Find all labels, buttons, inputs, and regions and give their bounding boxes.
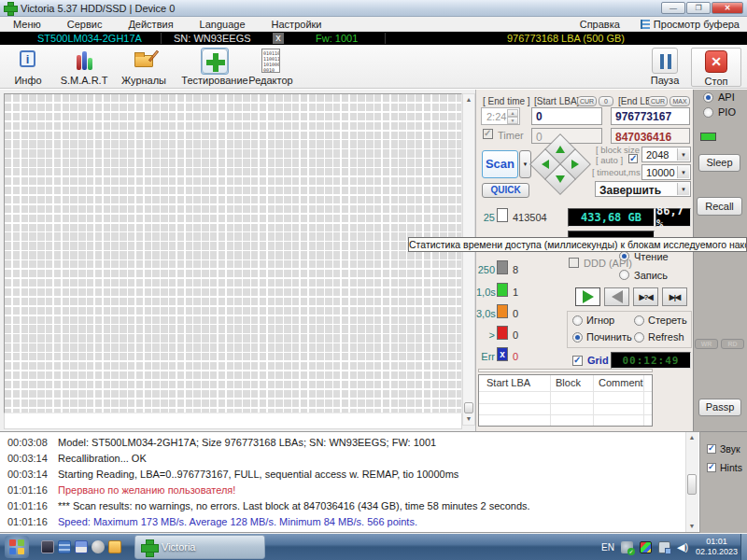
end-lba-input[interactable]: 976773167 (611, 107, 690, 125)
network-icon[interactable] (658, 541, 670, 553)
editor-button[interactable]: 0101101100111010000010 Редактор (245, 48, 297, 87)
taskbar-app-label: Victoria (162, 541, 195, 553)
auto-checkbox[interactable] (628, 154, 638, 163)
remap-radio[interactable] (572, 332, 583, 343)
recall-button[interactable]: Recall (697, 197, 742, 216)
last-block-input[interactable]: 847036416 (611, 128, 690, 144)
device-serial: SN: WN93EEGS (174, 33, 251, 44)
hints-checkbox[interactable] (707, 463, 716, 472)
quicklaunch-monitor-icon[interactable] (41, 540, 54, 553)
pio-radio[interactable] (703, 107, 713, 118)
log-row: 01:01:16 *** Scan results: no warnings, … (0, 500, 682, 516)
quicklaunch-window-icon[interactable] (58, 540, 71, 553)
ignore-label: Игнор (586, 315, 614, 326)
grid-scrollbar[interactable]: ▲ ▼ (462, 93, 475, 426)
end-lba-cur-button[interactable]: CUR (648, 96, 668, 106)
api-radio[interactable] (703, 92, 713, 103)
scroll-down-icon[interactable]: ▼ (686, 521, 698, 532)
title-bar[interactable]: Victoria 5.37 HDD/SSD | Device 0 — ❐ ✕ (0, 0, 747, 17)
erase-radio[interactable] (634, 315, 644, 326)
quicklaunch-save-icon[interactable] (75, 540, 88, 553)
log-row: 00:03:14 Starting Reading, LBA=0..976773… (0, 469, 682, 484)
start-button[interactable] (5, 536, 29, 558)
sleep-button[interactable]: Sleep (698, 154, 740, 172)
menu-service[interactable]: Сервис (54, 19, 116, 30)
start-lba-zero-button[interactable]: 0 (599, 96, 613, 106)
language-indicator[interactable]: EN (601, 542, 614, 553)
after-scan-action-combo[interactable]: Завершить ▼ (595, 181, 691, 197)
timeout-combo[interactable]: 10000 ▼ (641, 164, 691, 180)
volume-icon[interactable]: ◀) (677, 541, 689, 553)
menu-help[interactable]: Справка (567, 19, 633, 30)
end-lba-max-button[interactable]: MAX (669, 96, 690, 106)
maximize-button[interactable]: ❐ (686, 2, 711, 14)
stat-swatch-25 (497, 208, 508, 222)
ignore-radio[interactable] (572, 315, 583, 326)
scan-progress-bar (478, 369, 653, 372)
editor-binary-icon: 0101101100111010000010 (258, 48, 284, 74)
minimize-button[interactable]: — (661, 2, 685, 14)
seek-error-button[interactable]: ▶?◀ (633, 287, 658, 306)
play-button[interactable] (575, 287, 600, 306)
write-label: Запись (634, 270, 668, 281)
scroll-up-icon[interactable]: ▲ (686, 432, 698, 443)
log-scrollbar[interactable]: ▲ ▼ (685, 432, 698, 532)
menu-bar: Меню Сервис Действия Language Настройки … (0, 17, 747, 32)
refresh-radio[interactable] (634, 332, 644, 343)
scan-button[interactable]: Scan (482, 150, 518, 178)
ddd-checkbox[interactable] (569, 258, 579, 268)
hints-option[interactable]: Hints (707, 462, 742, 473)
close-button[interactable]: ✕ (712, 2, 743, 14)
grid-scrollbar-thumb[interactable] (464, 402, 473, 413)
sound-option[interactable]: Звук (707, 443, 740, 455)
spinner-arrows[interactable]: ▲▼ (507, 109, 518, 123)
smart-button[interactable]: S.M.A.R.T (58, 48, 110, 87)
right-arrow-icon (571, 160, 579, 169)
pause-button[interactable]: Пауза (642, 48, 687, 87)
menu-menu[interactable]: Меню (0, 19, 54, 30)
info-button[interactable]: i Инфо (2, 48, 54, 87)
write-radio[interactable] (619, 270, 629, 280)
menu-language[interactable]: Language (187, 19, 259, 30)
testing-icon (201, 48, 229, 75)
stat-label-3s: 3,0s (476, 308, 495, 319)
journals-button[interactable]: Журналы (118, 48, 170, 87)
read-radio[interactable] (619, 251, 629, 261)
display-color-icon[interactable] (640, 541, 652, 553)
stat-swatch-1s (497, 283, 508, 297)
menu-actions[interactable]: Действия (115, 19, 186, 30)
sound-checkbox[interactable] (707, 444, 716, 454)
stat-label-gt: > (476, 329, 495, 341)
start-lba-input[interactable]: 0 (531, 107, 602, 125)
grid-checkbox[interactable] (572, 356, 583, 366)
menu-settings[interactable]: Настройки (259, 19, 335, 30)
rd-button[interactable]: RD (721, 339, 744, 349)
seek-end-button[interactable]: ▶|◀ (662, 287, 687, 306)
scroll-down-icon[interactable]: ▼ (463, 413, 474, 425)
stop-button[interactable]: ✕ Стоп (691, 48, 741, 87)
block-size-combo[interactable]: 2048 ▼ (641, 147, 691, 162)
scroll-up-icon[interactable]: ▲ (463, 94, 474, 105)
show-desktop-button[interactable] (740, 534, 747, 560)
device-close-button[interactable]: x (273, 33, 284, 44)
taskbar-victoria-button[interactable]: Victoria (134, 535, 265, 559)
usb-safely-remove-icon[interactable]: ✓ (621, 541, 633, 553)
quicklaunch-folder-icon[interactable] (108, 540, 121, 553)
taskbar-clock[interactable]: 01:01 02.10.2023 (696, 537, 738, 557)
stat-value-25: 413504 (513, 212, 547, 223)
log-scrollbar-thumb[interactable] (687, 474, 697, 495)
quicklaunch-sphere-icon[interactable] (92, 540, 105, 553)
end-time-spinner[interactable]: 2:24 ▲▼ (481, 107, 520, 125)
log-panel[interactable]: 00:03:08 Model: ST500LM034-2GH17A; Size … (0, 431, 700, 533)
wr-button[interactable]: WR (695, 339, 718, 349)
quick-button[interactable]: QUICK (482, 183, 529, 198)
buffer-view-button[interactable]: Просмотр буфера (633, 19, 747, 30)
defect-table[interactable]: Start LBA Block Comment (478, 374, 653, 427)
rewind-button[interactable] (604, 287, 629, 306)
scanned-gb-display: 433,68 GB (568, 208, 655, 227)
start-lba-cur-button[interactable]: CUR (577, 96, 597, 106)
testing-button[interactable]: Тестирование (179, 48, 250, 87)
passp-button[interactable]: Passp (698, 399, 741, 416)
timer-checkbox[interactable] (483, 129, 493, 139)
combo-arrow-icon: ▼ (677, 148, 689, 161)
